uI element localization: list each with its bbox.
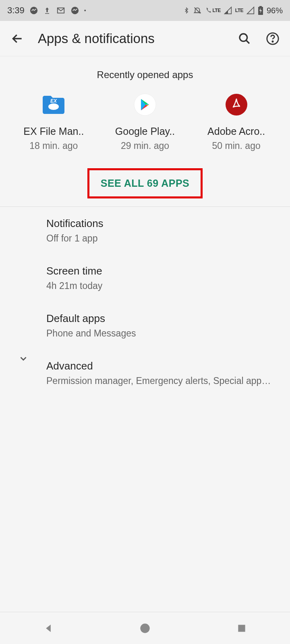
ex-file-icon: EX xyxy=(41,92,66,118)
back-button[interactable] xyxy=(10,31,25,46)
page-title: Apps & notifications xyxy=(38,31,224,46)
gmail-icon xyxy=(56,6,66,15)
row-title: Advanced xyxy=(46,360,290,372)
settings-list: Notifications Off for 1 app Screen time … xyxy=(0,207,290,397)
recent-section: Recently opened apps EX EX File Man.. 18… xyxy=(0,56,290,207)
status-bar: 3:39 • LTE LTE xyxy=(0,0,290,21)
upload-icon xyxy=(43,6,51,15)
row-subtitle: Permission manager, Emergency alerts, Sp… xyxy=(46,376,272,386)
row-screen-time[interactable]: Screen time 4h 21m today xyxy=(0,254,290,302)
svg-text:EX: EX xyxy=(50,98,57,104)
svg-point-8 xyxy=(48,103,59,110)
battery-icon xyxy=(258,6,263,15)
svg-rect-13 xyxy=(238,625,245,632)
messenger-icon xyxy=(29,6,38,15)
app-time-label: 29 min. ago xyxy=(121,140,169,151)
row-default-apps[interactable]: Default apps Phone and Messages xyxy=(0,302,290,349)
status-right: LTE LTE 96% xyxy=(183,6,283,15)
svg-point-7 xyxy=(272,41,273,41)
recent-heading: Recently opened apps xyxy=(0,56,290,92)
google-play-icon xyxy=(132,92,158,118)
row-subtitle: Phone and Messages xyxy=(46,328,272,339)
app-bar: Apps & notifications xyxy=(0,21,290,56)
app-name-label: Google Play.. xyxy=(115,126,175,137)
signal-icon-2 xyxy=(246,6,255,14)
lte-label: LTE xyxy=(235,8,243,13)
messenger-icon-2 xyxy=(70,6,79,15)
svg-point-5 xyxy=(240,34,247,41)
row-title: Default apps xyxy=(46,312,290,325)
chevron-down-icon xyxy=(0,349,46,364)
row-title: Notifications xyxy=(46,217,290,230)
see-all-wrap: SEE ALL 69 APPS xyxy=(0,163,290,207)
volte-icon: LTE xyxy=(205,7,220,14)
adobe-acrobat-icon xyxy=(224,92,249,118)
signal-icon-1 xyxy=(224,6,232,14)
app-name-label: Adobe Acro.. xyxy=(207,126,265,137)
nav-recents-button[interactable] xyxy=(234,621,249,636)
app-name-label: EX File Man.. xyxy=(23,126,84,137)
nav-home-button[interactable] xyxy=(138,621,152,636)
battery-percent: 96% xyxy=(267,6,283,15)
svg-point-11 xyxy=(226,94,247,116)
recent-app-ex-file[interactable]: EX EX File Man.. 18 min. ago xyxy=(13,92,94,151)
recent-app-adobe-acrobat[interactable]: Adobe Acro.. 50 min. ago xyxy=(196,92,277,151)
svg-point-12 xyxy=(140,623,149,633)
row-subtitle: Off for 1 app xyxy=(46,233,272,244)
row-notifications[interactable]: Notifications Off for 1 app xyxy=(0,207,290,254)
svg-rect-4 xyxy=(259,6,262,7)
navigation-bar xyxy=(0,612,290,644)
app-time-label: 50 min. ago xyxy=(212,140,261,151)
dnd-icon xyxy=(193,6,202,15)
search-button[interactable] xyxy=(237,31,252,46)
app-time-label: 18 min. ago xyxy=(29,140,78,151)
status-left: 3:39 • xyxy=(7,5,86,16)
nav-back-button[interactable] xyxy=(41,621,56,636)
bluetooth-icon xyxy=(183,6,190,15)
recent-app-google-play[interactable]: Google Play.. 29 min. ago xyxy=(105,92,185,151)
see-all-apps-button[interactable]: SEE ALL 69 APPS xyxy=(87,168,203,198)
help-button[interactable] xyxy=(265,31,280,46)
row-subtitle: 4h 21m today xyxy=(46,281,272,291)
dot-icon: • xyxy=(84,7,86,14)
recent-apps-row: EX EX File Man.. 18 min. ago Google Play… xyxy=(0,92,290,163)
row-advanced[interactable]: Advanced Permission manager, Emergency a… xyxy=(0,349,290,397)
status-time: 3:39 xyxy=(7,5,25,16)
row-title: Screen time xyxy=(46,265,290,277)
